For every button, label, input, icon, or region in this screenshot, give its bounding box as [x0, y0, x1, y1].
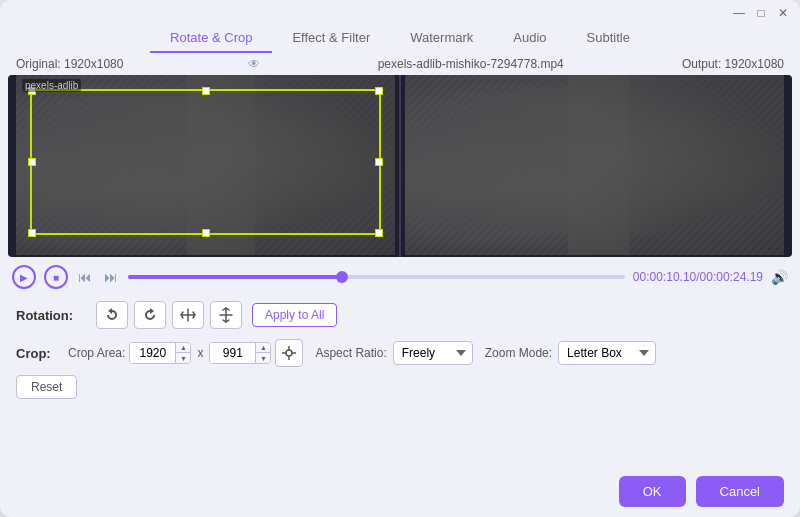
volume-icon[interactable]: 🔊	[771, 269, 788, 285]
window-controls: — □ ✕	[732, 6, 790, 20]
maximize-button[interactable]: □	[754, 6, 768, 20]
playback-bar: ▶ ■ ⏮ ⏭ 00:00:10.10/00:00:24.19 🔊	[0, 257, 800, 297]
crop-handle-tr[interactable]	[375, 87, 383, 95]
eye-icon[interactable]: 👁	[248, 57, 260, 71]
crop-handle-tm[interactable]	[202, 87, 210, 95]
apply-to-all-button[interactable]: Apply to All	[252, 303, 337, 327]
ok-button[interactable]: OK	[619, 476, 686, 507]
video-texture-right	[405, 75, 784, 255]
minimize-button[interactable]: —	[732, 6, 746, 20]
crop-handle-bm[interactable]	[202, 229, 210, 237]
center-crop-button[interactable]	[275, 339, 303, 367]
stop-button[interactable]: ■	[44, 265, 68, 289]
filename: pexels-adlib-mishiko-7294778.mp4	[378, 57, 564, 71]
zoom-mode-select[interactable]: Letter Box Pan & Scan Full	[558, 341, 656, 365]
video-panel-left: pexels-adlib	[16, 75, 395, 255]
rotate-cw-button[interactable]	[134, 301, 166, 329]
x-separator: x	[197, 346, 203, 360]
flip-horizontal-button[interactable]	[172, 301, 204, 329]
width-spinners: ▲ ▼	[175, 343, 190, 363]
zoom-mode-label: Zoom Mode:	[485, 346, 552, 360]
progress-thumb[interactable]	[336, 271, 348, 283]
play-button[interactable]: ▶	[12, 265, 36, 289]
tab-subtitle[interactable]: Subtitle	[567, 24, 650, 53]
rotate-ccw-button[interactable]	[96, 301, 128, 329]
tab-bar: Rotate & Crop Effect & Filter Watermark …	[0, 20, 800, 53]
width-input-group: ▲ ▼	[129, 342, 191, 364]
aspect-ratio-label: Aspect Ratio:	[315, 346, 386, 360]
rotation-row: Rotation: Apply to All	[16, 301, 784, 329]
height-down-button[interactable]: ▼	[256, 353, 270, 363]
height-input[interactable]	[210, 343, 255, 363]
current-time: 00:00:10.10	[633, 270, 696, 284]
crop-handle-mr[interactable]	[375, 158, 383, 166]
width-input[interactable]	[130, 343, 175, 363]
tab-rotate-crop[interactable]: Rotate & Crop	[150, 24, 272, 53]
skip-back-button[interactable]: ⏮	[76, 269, 94, 285]
total-time: 00:00:24.19	[700, 270, 763, 284]
height-up-button[interactable]: ▲	[256, 343, 270, 353]
controls-area: Rotation: Apply to All Crop:	[0, 297, 800, 407]
progress-fill	[128, 275, 342, 279]
info-bar: Original: 1920x1080 👁 pexels-adlib-mishi…	[0, 53, 800, 75]
crop-row: Crop: Crop Area: ▲ ▼ x ▲ ▼	[16, 339, 784, 367]
height-input-group: ▲ ▼	[209, 342, 271, 364]
tab-audio[interactable]: Audio	[493, 24, 566, 53]
tab-effect-filter[interactable]: Effect & Filter	[272, 24, 390, 53]
time-display: 00:00:10.10/00:00:24.19	[633, 270, 763, 284]
zoom-mode-group: Zoom Mode: Letter Box Pan & Scan Full	[485, 341, 656, 365]
crop-area-label: Crop Area:	[68, 346, 125, 360]
crop-box[interactable]	[30, 89, 381, 235]
progress-track[interactable]	[128, 275, 625, 279]
width-down-button[interactable]: ▼	[176, 353, 190, 363]
video-divider	[399, 75, 401, 257]
crop-handle-ml[interactable]	[28, 158, 36, 166]
aspect-ratio-group: Aspect Ratio: Freely 16:9 4:3 1:1	[315, 341, 472, 365]
rotation-label: Rotation:	[16, 308, 86, 323]
original-resolution: Original: 1920x1080	[16, 57, 123, 71]
height-spinners: ▲ ▼	[255, 343, 270, 363]
title-bar: — □ ✕	[0, 0, 800, 20]
video-area: pexels-adlib	[8, 75, 792, 257]
crop-label: Crop:	[16, 346, 56, 361]
cancel-button[interactable]: Cancel	[696, 476, 784, 507]
skip-forward-button[interactable]: ⏭	[102, 269, 120, 285]
video-panel-right	[405, 75, 784, 255]
close-button[interactable]: ✕	[776, 6, 790, 20]
footer: OK Cancel	[0, 466, 800, 517]
width-up-button[interactable]: ▲	[176, 343, 190, 353]
svg-point-0	[286, 350, 292, 356]
output-resolution: Output: 1920x1080	[682, 57, 784, 71]
crop-handle-br[interactable]	[375, 229, 383, 237]
rotation-buttons	[96, 301, 242, 329]
tab-watermark[interactable]: Watermark	[390, 24, 493, 53]
reset-button[interactable]: Reset	[16, 375, 77, 399]
crop-area-group: Crop Area: ▲ ▼ x ▲ ▼	[68, 339, 303, 367]
crop-handle-bl[interactable]	[28, 229, 36, 237]
main-window: — □ ✕ Rotate & Crop Effect & Filter Wate…	[0, 0, 800, 517]
video-label-left: pexels-adlib	[22, 79, 81, 92]
flip-vertical-button[interactable]	[210, 301, 242, 329]
aspect-ratio-select[interactable]: Freely 16:9 4:3 1:1	[393, 341, 473, 365]
